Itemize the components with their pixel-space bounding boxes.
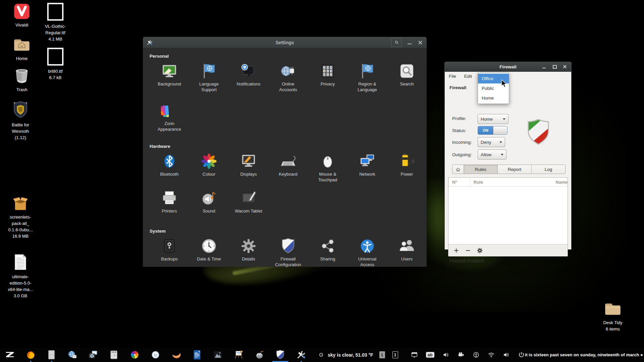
table-column-header[interactable]: Name bbox=[552, 178, 568, 186]
menu-item[interactable]: Home bbox=[478, 93, 509, 103]
tab-home[interactable] bbox=[452, 165, 464, 174]
tab-rules[interactable]: Rules bbox=[464, 165, 498, 174]
settings-item-label: Universal Access bbox=[358, 256, 376, 267]
settings-titlebar[interactable]: Settings bbox=[143, 37, 427, 48]
menubar-item[interactable]: File bbox=[449, 74, 456, 79]
launcher-gimp[interactable] bbox=[254, 350, 265, 360]
outgoing-select[interactable]: Allow bbox=[478, 149, 506, 160]
settings-item-region-language[interactable]: Region & Language bbox=[347, 63, 387, 102]
wesnoth-icon bbox=[10, 99, 31, 120]
firefox-icon bbox=[25, 350, 36, 360]
settings-item-firewall-configuration[interactable]: Firewall Configuration bbox=[268, 238, 308, 271]
settings-item-power[interactable]: Power bbox=[387, 153, 427, 190]
minimize-button[interactable] bbox=[542, 64, 546, 69]
maximize-button[interactable] bbox=[552, 64, 557, 69]
launcher-firewall[interactable] bbox=[275, 350, 285, 360]
close-button[interactable] bbox=[562, 64, 567, 69]
tray-volume[interactable] bbox=[503, 351, 510, 358]
settings-item-details[interactable]: Details bbox=[229, 238, 268, 271]
tray-keyboard-layout[interactable]: ab bbox=[426, 352, 434, 358]
settings-item-users[interactable]: Users bbox=[387, 238, 427, 271]
launcher-web-mail[interactable] bbox=[67, 350, 77, 360]
settings-item-displays[interactable]: Displays bbox=[229, 153, 268, 190]
easel-icon bbox=[233, 350, 244, 360]
incoming-select[interactable]: Deny bbox=[478, 137, 505, 147]
printer-icon bbox=[161, 190, 178, 206]
menu-item[interactable]: Office bbox=[478, 74, 509, 83]
settings-item-network[interactable]: Network bbox=[347, 153, 387, 190]
tray-accessibility[interactable] bbox=[473, 351, 480, 358]
launcher-photos[interactable] bbox=[129, 350, 140, 360]
close-button[interactable] bbox=[417, 40, 423, 46]
minimize-button[interactable] bbox=[407, 40, 413, 46]
settings-item-printers[interactable]: Printers bbox=[150, 190, 189, 227]
settings-item-zorin-appearance[interactable]: Zorin Appearance bbox=[150, 102, 189, 142]
launcher-darktable[interactable] bbox=[213, 350, 223, 360]
settings-item-universal-access[interactable]: Universal Access bbox=[347, 238, 387, 271]
launcher-screenshot[interactable] bbox=[88, 350, 98, 360]
chevron-down-icon bbox=[499, 141, 502, 143]
workspace-1-current[interactable]: 1 bbox=[379, 351, 385, 358]
desktop-icon-ultimate-edition-image[interactable]: ultimate- edition-5.0- x64-lite-ma... 3.… bbox=[2, 252, 39, 299]
settings-item-sharing[interactable]: Sharing bbox=[308, 238, 347, 271]
remove-rule-button[interactable] bbox=[465, 247, 471, 254]
desktop-icon-desk-tidy[interactable]: Desk Tidy 6 items bbox=[594, 300, 631, 333]
desktop-icon-screenlets-package[interactable]: screenlets- pack-all_ 0.1.6-0ubu... 16.9… bbox=[2, 195, 39, 239]
firewall-titlebar[interactable]: Firewall bbox=[445, 62, 571, 72]
desktop-icon-vivaldi[interactable]: Vivaldi bbox=[3, 3, 40, 28]
workspace-2[interactable]: 1 bbox=[392, 351, 398, 358]
launcher-firefox[interactable] bbox=[25, 350, 36, 360]
profile-select[interactable]: Home bbox=[478, 114, 508, 124]
launcher-file-manager[interactable] bbox=[46, 350, 57, 360]
menubar-item[interactable]: Edit bbox=[464, 74, 472, 79]
settings-item-online-accounts[interactable]: Online Accounts bbox=[268, 63, 308, 102]
settings-item-wacom-tablet[interactable]: Wacom Tablet bbox=[229, 190, 268, 227]
launcher-media-player[interactable] bbox=[171, 350, 181, 360]
tab-report[interactable]: Report bbox=[498, 165, 532, 174]
weather-applet[interactable]: sky is clear, 51.03 °F bbox=[318, 351, 373, 358]
desktop-icon-battle-for-wesnoth[interactable]: Battle for Wesnoth (1.12) bbox=[2, 99, 39, 141]
desktop-icon-brl80-font[interactable]: brl80.ttf 6.7 kB bbox=[37, 47, 74, 81]
rules-table-body[interactable] bbox=[448, 187, 568, 244]
tray-screen-recorder[interactable] bbox=[458, 351, 465, 358]
settings-item-keyboard[interactable]: Keyboard bbox=[268, 153, 308, 190]
settings-item-backups[interactable]: Backups bbox=[150, 238, 189, 271]
table-column-header[interactable]: Rule bbox=[470, 178, 552, 186]
settings-item-language-support[interactable]: Language Support bbox=[189, 63, 229, 102]
zorin-menu-button[interactable] bbox=[5, 350, 15, 360]
tray-power[interactable] bbox=[518, 351, 525, 358]
font-file-icon bbox=[46, 47, 65, 66]
vivaldi-icon bbox=[13, 3, 31, 20]
search-button[interactable] bbox=[391, 38, 402, 47]
launcher-chat[interactable] bbox=[150, 350, 161, 360]
rule-settings-button[interactable] bbox=[477, 247, 483, 254]
settings-item-date-time[interactable]: Date & Time bbox=[189, 238, 229, 271]
settings-item-privacy[interactable]: 210321432 Privacy bbox=[308, 63, 347, 102]
settings-item-sound[interactable]: Sound bbox=[189, 190, 229, 227]
settings-item-background[interactable]: Background bbox=[150, 63, 189, 102]
minimize-icon bbox=[542, 68, 546, 68]
settings-item-notifications[interactable]: Notifications bbox=[229, 63, 268, 102]
launcher-settings[interactable] bbox=[296, 350, 306, 360]
table-column-header[interactable]: N° bbox=[448, 178, 470, 186]
settings-item-mouse-touchpad[interactable]: Mouse & Touchpad bbox=[308, 153, 347, 190]
settings-item-bluetooth[interactable]: Bluetooth bbox=[150, 153, 189, 190]
settings-item-colour[interactable]: Colour bbox=[189, 153, 229, 190]
desktop-icon-vl-gothic-font[interactable]: VL-Gothic- Regular.ttf 4.1 MB bbox=[37, 2, 74, 43]
add-rule-button[interactable] bbox=[453, 247, 460, 254]
tray-wifi[interactable] bbox=[488, 351, 495, 358]
launcher-libreoffice-writer[interactable] bbox=[192, 350, 202, 360]
launcher-audio-mixer[interactable] bbox=[109, 350, 119, 360]
tray-display[interactable] bbox=[411, 351, 418, 358]
desktop-icon-home[interactable]: Home bbox=[3, 36, 40, 62]
outgoing-value: Allow bbox=[481, 152, 491, 157]
status-toggle[interactable]: ON bbox=[478, 126, 507, 135]
tray-screen-reader[interactable] bbox=[442, 351, 449, 358]
launcher-paint[interactable] bbox=[233, 350, 244, 360]
tab-log[interactable]: Log bbox=[532, 165, 565, 174]
settings-item-search[interactable]: Search bbox=[387, 63, 427, 102]
clock-text[interactable]: it is sixteen past seven on sunday, nine… bbox=[525, 352, 643, 357]
desktop-icon-label: Trash bbox=[16, 87, 28, 93]
desktop-icon-trash[interactable]: Trash bbox=[3, 67, 40, 93]
menu-item[interactable]: Public bbox=[478, 83, 509, 93]
